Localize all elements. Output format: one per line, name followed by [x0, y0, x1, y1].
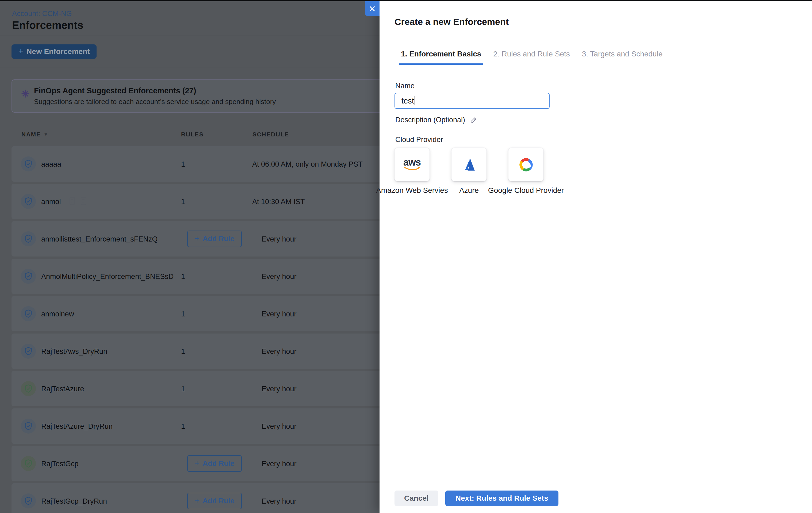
schedule-text: Every hour	[262, 235, 297, 244]
enforcement-name: aaaaa	[41, 160, 61, 169]
shield-check-icon	[21, 456, 36, 471]
description-label: Description (Optional)	[395, 116, 465, 124]
enforcement-name: anmolnew	[41, 310, 74, 318]
copy-id-icons[interactable]	[69, 197, 87, 205]
enforcement-name: AnmolMultiPolicy_Enforcement_BNESsD	[41, 273, 174, 281]
copy-icon	[80, 197, 87, 205]
divider	[379, 45, 812, 45]
azure-logo-icon	[461, 157, 477, 172]
shield-check-icon	[21, 194, 36, 209]
schedule-text: Every hour	[262, 273, 297, 281]
rules-count: 1	[181, 160, 185, 169]
shield-check-icon	[21, 231, 36, 246]
new-enforcement-button[interactable]: + New Enforcement	[11, 45, 96, 59]
finops-sparkle-icon	[21, 90, 29, 97]
schedule-text: At 10:30 AM IST	[252, 198, 305, 206]
schedule-text: At 06:00 AM, only on Monday PST	[252, 160, 363, 169]
shield-check-icon	[21, 306, 36, 321]
shield-check-icon	[21, 269, 36, 284]
edit-description-button[interactable]	[470, 116, 477, 124]
wizard-tabs: 1. Enforcement Basics 2. Rules and Rule …	[401, 50, 663, 65]
close-icon	[369, 5, 376, 12]
schedule-text: Every hour	[262, 385, 297, 393]
gcp-card[interactable]	[509, 148, 544, 181]
enforcement-name: RajTestAzure	[41, 385, 84, 393]
shield-check-icon	[21, 344, 36, 359]
sort-caret-icon: ▾	[45, 131, 48, 137]
shield-check-icon	[21, 493, 36, 509]
tab-targets-and-schedule[interactable]: 3. Targets and Schedule	[582, 50, 663, 65]
divider	[379, 66, 812, 66]
name-label: Name	[395, 82, 414, 90]
provider-option-azure: Azure	[452, 148, 487, 181]
close-drawer-button[interactable]	[365, 1, 379, 16]
schedule-text: Every hour	[262, 497, 297, 506]
screen: Account: CCM-NG Enforcements + New Enfor…	[0, 0, 812, 513]
add-rule-button[interactable]: + Add Rule	[187, 493, 242, 509]
drawer-footer: Cancel Next: Rules and Rule Sets	[395, 490, 558, 506]
cloud-provider-options: aws Amazon Web Servies	[395, 148, 544, 181]
page-title: Enforcements	[12, 19, 83, 31]
aws-logo-icon: aws	[403, 158, 421, 171]
cloud-provider-label: Cloud Provider	[395, 136, 443, 144]
new-enforcement-label: New Enforcement	[27, 47, 90, 56]
rules-count: 1	[181, 347, 185, 356]
add-rule-button[interactable]: + Add Rule	[187, 455, 242, 472]
banner-title: FinOps Agent Suggested Enforcements (27)	[34, 86, 196, 95]
enforcement-name: RajTestGcp	[41, 460, 79, 468]
column-header-rules: RULES	[181, 131, 204, 138]
rules-count: 1	[181, 310, 185, 318]
rules-count: 1	[181, 273, 185, 281]
next-button[interactable]: Next: Rules and Rule Sets	[445, 490, 558, 506]
provider-option-gcp: Google Cloud Provider	[509, 148, 544, 181]
drawer-title: Create a new Enforcement	[395, 17, 509, 27]
name-input[interactable]: test	[395, 93, 550, 109]
column-header-schedule: SCHEDULE	[253, 131, 289, 138]
column-header-name[interactable]: NAME▾	[21, 131, 48, 138]
shield-check-icon	[21, 381, 36, 396]
provider-option-aws: aws Amazon Web Servies	[395, 148, 430, 181]
gcp-logo-icon	[519, 157, 533, 172]
rules-count: 1	[181, 385, 185, 393]
plus-icon: +	[195, 459, 200, 468]
enforcement-name: anmol	[41, 198, 61, 206]
banner-subtitle: Suggestions are tailored to each account…	[34, 97, 276, 106]
rules-count: 1	[181, 198, 185, 206]
create-enforcement-drawer: Create a new Enforcement 1. Enforcement …	[379, 0, 812, 513]
schedule-text: Every hour	[262, 347, 297, 356]
shield-check-icon	[21, 419, 36, 433]
plus-icon: +	[195, 234, 200, 243]
enforcement-name: RajTestAws_DryRun	[41, 347, 107, 356]
breadcrumb[interactable]: Account: CCM-NG	[12, 10, 72, 18]
enforcement-name: anmollisttest_Enforcement_sFENzQ	[41, 235, 157, 244]
shield-check-icon	[21, 156, 36, 171]
azure-card[interactable]	[452, 148, 487, 181]
pencil-icon	[470, 116, 477, 124]
window-top-edge	[0, 0, 812, 1]
name-input-value: test	[402, 96, 414, 105]
plus-icon: +	[18, 46, 23, 56]
add-rule-button[interactable]: + Add Rule	[187, 231, 242, 247]
rules-count: 1	[181, 422, 185, 431]
text-caret	[414, 96, 415, 105]
plus-icon: +	[195, 496, 200, 505]
cancel-button[interactable]: Cancel	[395, 490, 438, 506]
table-header: NAME▾ RULES SCHEDULE	[0, 131, 379, 139]
tab-enforcement-basics[interactable]: 1. Enforcement Basics	[401, 50, 481, 65]
copy-icon	[69, 197, 76, 205]
schedule-text: Every hour	[262, 422, 297, 431]
schedule-text: Every hour	[262, 310, 297, 318]
enforcement-name: RajTestAzure_DryRun	[41, 422, 113, 431]
schedule-text: Every hour	[262, 460, 297, 468]
provider-label: Google Cloud Provider	[487, 186, 565, 195]
enforcement-name: RajTestGcp_DryRun	[41, 497, 107, 506]
tab-rules-and-rule-sets[interactable]: 2. Rules and Rule Sets	[493, 50, 570, 65]
aws-card[interactable]: aws	[395, 148, 430, 181]
